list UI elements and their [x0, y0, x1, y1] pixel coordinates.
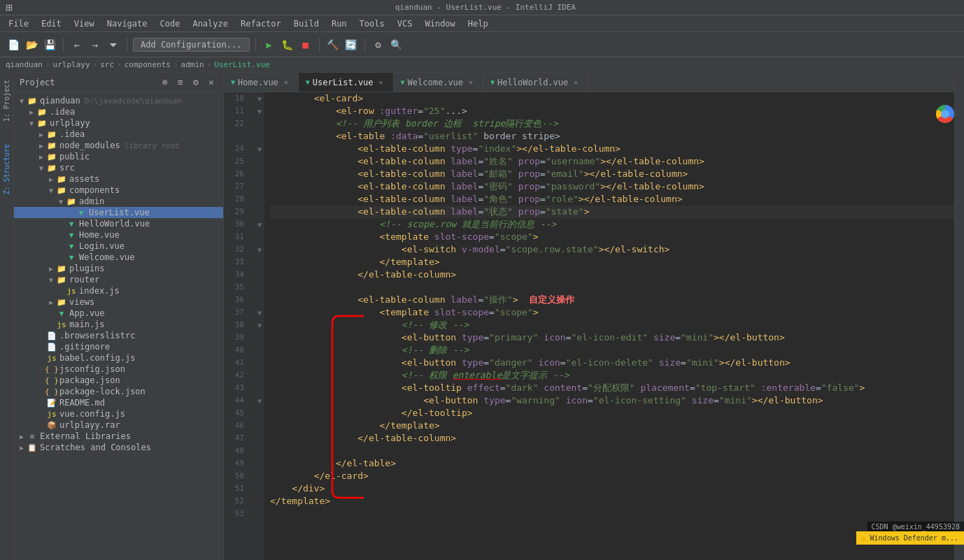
tree-item-userlist[interactable]: ▶ ▼ UserList.vue [14, 207, 223, 218]
structure-tab-label[interactable]: Z: Structure [1, 140, 12, 199]
tab-userlist-close[interactable]: ✕ [376, 78, 386, 87]
git-file-icon: 📄 [46, 343, 57, 352]
tree-item-home[interactable]: ▶ ▼ Home.vue [14, 229, 223, 240]
breadcrumb-components[interactable]: components [125, 60, 171, 69]
tree-item-gitignore[interactable]: ▶ 📄 .gitignore [14, 341, 223, 352]
tree-item-indexjs[interactable]: ▶ js index.js [14, 285, 223, 296]
fold-44[interactable]: ▼ [255, 394, 264, 407]
menu-tools[interactable]: Tools [354, 17, 390, 30]
breadcrumb-file[interactable]: UserList.vue [214, 60, 269, 69]
new-element-btn[interactable]: ⊕ [159, 76, 171, 89]
tree-item-vueconfig[interactable]: ▶ js vue.config.js [14, 408, 223, 419]
linenum-11: 11 [224, 105, 248, 117]
tree-item-helloworld[interactable]: ▶ ▼ HelloWorld.vue [14, 218, 223, 229]
tree-item-login[interactable]: ▶ ▼ Login.vue [14, 240, 223, 252]
menu-vcs[interactable]: VCS [392, 17, 418, 30]
tree-item-external-libs[interactable]: ▶ ≡ External Libraries [14, 431, 223, 442]
csdn-text: CSDN @weixin_44953928 [872, 523, 960, 531]
fold-11[interactable]: ▼ [255, 105, 264, 117]
linenum-44: 44 [224, 394, 248, 407]
tree-item-urlplayy-rar[interactable]: ▶ 📦 urlplayy.rar [14, 419, 223, 431]
fold-37[interactable]: ▼ [255, 306, 264, 319]
menu-help[interactable]: Help [462, 17, 494, 30]
build-btn[interactable]: 🔨 [325, 37, 341, 52]
menu-analyze[interactable]: Analyze [187, 17, 234, 30]
windows-defender-notification[interactable]: ⚠ Windows Defender m... [856, 531, 964, 545]
debug-btn[interactable]: 🐛 [280, 37, 295, 52]
tree-item-scratches[interactable]: ▶ 📋 Scratches and Consoles [14, 442, 223, 453]
linenum-27: 27 [224, 180, 248, 193]
tree-item-babelconfig[interactable]: ▶ js babel.config.js [14, 352, 223, 364]
tree-item-idea2[interactable]: ▶ 📁 .idea [14, 129, 223, 140]
collapse-btn[interactable]: ≡ [174, 76, 187, 89]
tree-item-src[interactable]: ▼ 📁 src [14, 162, 223, 173]
tab-welcome-close[interactable]: ✕ [466, 78, 476, 87]
save-btn[interactable]: 💾 [42, 37, 57, 52]
tree-item-plugins[interactable]: ▶ 📁 plugins [14, 263, 223, 274]
menu-edit[interactable]: Edit [36, 17, 67, 30]
code-editor[interactable]: 10 11 22 23 24 25 26 27 28 29 30 31 32 3… [224, 92, 954, 560]
tree-item-urlplayy[interactable]: ▼ 📁 urlplayy [14, 117, 223, 129]
close-panel-btn[interactable]: ✕ [205, 76, 218, 89]
tree-item-assets[interactable]: ▶ 📁 assets [14, 173, 223, 185]
new-file-btn[interactable]: 📄 [6, 37, 21, 52]
tab-home[interactable]: ▼ Home.vue ✕ [224, 73, 299, 92]
tree-item-packagelockjson[interactable]: ▶ { } package-lock.json [14, 386, 223, 397]
breadcrumb-admin[interactable]: admin [181, 60, 204, 69]
search-everywhere-btn[interactable]: 🔍 [389, 37, 404, 52]
project-tab-label[interactable]: 1: Project [1, 76, 12, 126]
tree-item-public[interactable]: ▶ 📁 public [14, 151, 223, 162]
chrome-icon[interactable] [936, 105, 954, 123]
menu-file[interactable]: File [3, 17, 34, 30]
recent-btn[interactable]: ⏷ [106, 37, 121, 52]
fold-32[interactable]: ▼ [255, 243, 264, 256]
tree-item-browserslistrc[interactable]: ▶ 📄 .browserslistrc [14, 330, 223, 341]
right-scrollbar[interactable] [954, 73, 964, 560]
tree-item-node-modules[interactable]: ▶ 📁 node_modules library root [14, 140, 223, 151]
tree-item-packagejson[interactable]: ▶ { } package.json [14, 375, 223, 386]
forward-btn[interactable]: → [87, 37, 103, 52]
tab-home-close[interactable]: ✕ [281, 78, 291, 87]
tree-item-mainjs[interactable]: ▶ js main.js [14, 319, 223, 330]
add-configuration-btn[interactable]: Add Configuration... [133, 38, 250, 52]
tab-helloworld[interactable]: ▼ HelloWorld.vue ✕ [483, 73, 588, 92]
menu-window[interactable]: Window [419, 17, 460, 30]
tree-item-router[interactable]: ▼ 📁 router [14, 274, 223, 285]
tree-item-idea1[interactable]: ▶ 📁 .idea [14, 106, 223, 117]
menu-code[interactable]: Code [155, 17, 186, 30]
breadcrumb-project[interactable]: qianduan [6, 60, 43, 69]
menu-build[interactable]: Build [288, 17, 325, 30]
back-btn[interactable]: ← [69, 37, 85, 52]
tree-item-qianduan[interactable]: ▼ 📁 qianduan D:\javadcode\qianduan [14, 95, 223, 106]
open-btn[interactable]: 📂 [24, 37, 39, 52]
breadcrumb-src[interactable]: src [100, 60, 114, 69]
linenum-22: 22 [224, 117, 248, 130]
menu-run[interactable]: Run [326, 17, 353, 30]
breadcrumb-urlplayy[interactable]: urlplayy [53, 60, 90, 69]
tab-userlist[interactable]: ▼ UserList.vue ✕ [299, 73, 394, 92]
tree-item-views[interactable]: ▶ 📁 views [14, 296, 223, 308]
code-content[interactable]: <el-card> <el-row :gutter="25"...> <!-- … [264, 92, 954, 560]
tab-welcome[interactable]: ▼ Welcome.vue ✕ [394, 73, 484, 92]
sync-btn[interactable]: 🔄 [343, 37, 359, 52]
menu-bar: File Edit View Navigate Code Analyze Ref… [0, 15, 964, 32]
tree-item-appvue[interactable]: ▶ ▼ App.vue [14, 308, 223, 319]
fold-38[interactable]: ▼ [255, 319, 264, 331]
run-btn[interactable]: ▶ [262, 37, 277, 52]
settings-btn[interactable]: ⚙ [371, 37, 386, 52]
menu-navigate[interactable]: Navigate [101, 17, 153, 30]
tree-item-admin[interactable]: ▼ 📁 admin [14, 196, 223, 207]
tree-item-welcome[interactable]: ▶ ▼ Welcome.vue [14, 252, 223, 263]
window-controls[interactable]: ⊞ [6, 1, 13, 14]
fold-24[interactable]: ▼ [255, 143, 264, 155]
menu-view[interactable]: View [69, 17, 100, 30]
tree-item-components[interactable]: ▼ 📁 components [14, 185, 223, 196]
stop-btn[interactable]: ■ [298, 37, 313, 52]
tree-item-jsconfig[interactable]: ▶ { } jsconfig.json [14, 364, 223, 375]
settings-icon[interactable]: ⚙ [190, 76, 202, 89]
menu-refactor[interactable]: Refactor [235, 17, 287, 30]
fold-30[interactable]: ▼ [255, 218, 264, 231]
fold-10[interactable]: ▼ [255, 92, 264, 105]
tree-item-readme[interactable]: ▶ 📝 README.md [14, 397, 223, 408]
tab-helloworld-close[interactable]: ✕ [571, 78, 581, 87]
